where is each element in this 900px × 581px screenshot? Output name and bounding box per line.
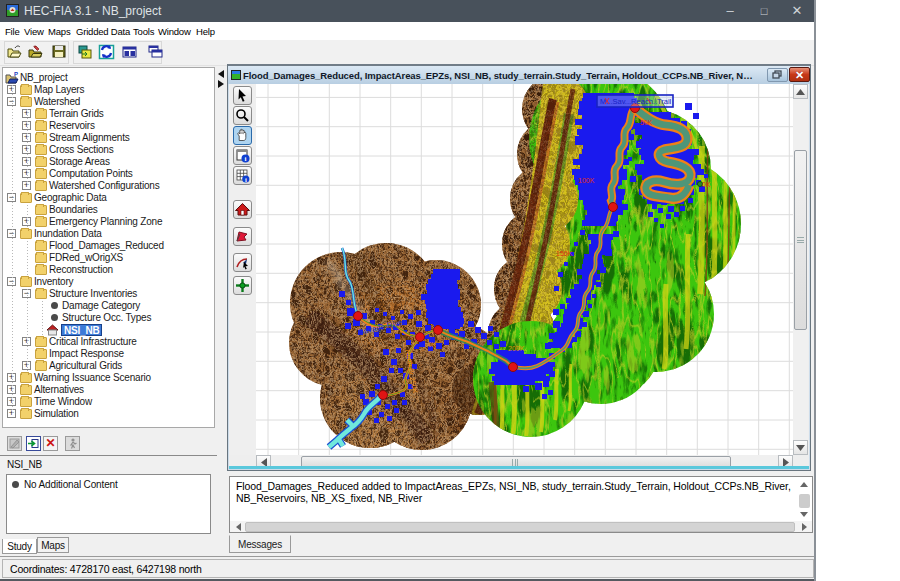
svg-text:150K: 150K <box>556 250 573 257</box>
svg-text:M...Sav...Reach..Trail: M...Sav...Reach..Trail <box>600 97 672 106</box>
svg-text:50K: 50K <box>640 119 653 126</box>
svg-text:0K: 0K <box>428 341 437 348</box>
svg-text:200K: 200K <box>508 345 525 352</box>
svg-text:100K: 100K <box>578 177 595 184</box>
svg-text:0K: 0K <box>702 181 711 188</box>
svg-text:i: i <box>245 155 247 163</box>
svg-text:i: i <box>245 176 247 183</box>
svg-text:P: P <box>14 71 18 77</box>
